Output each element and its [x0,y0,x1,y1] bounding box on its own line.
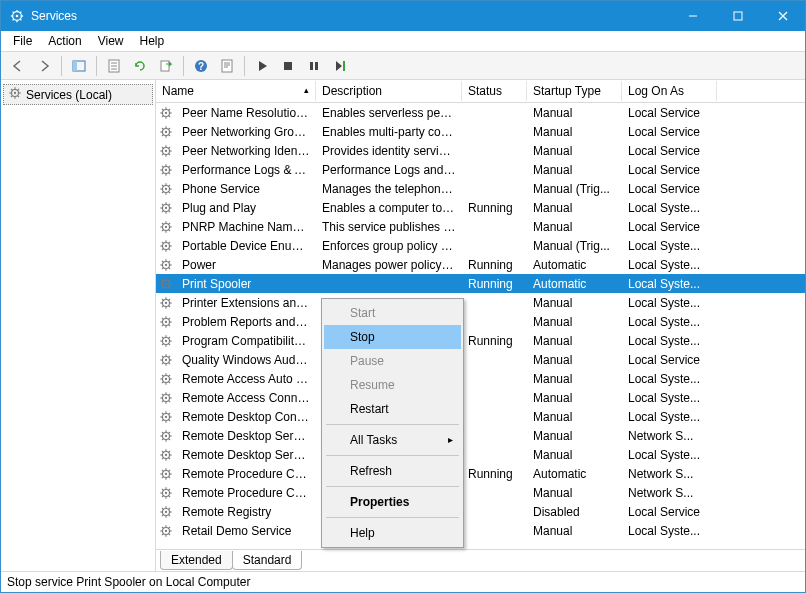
svg-line-68 [169,153,170,154]
svg-line-159 [162,324,163,325]
table-row[interactable]: Remote Desktop Configurat...ManualLocal … [156,407,805,426]
show-hide-tree-button[interactable] [67,54,91,78]
col-description[interactable]: Description [316,81,462,101]
svg-point-1 [16,15,19,18]
svg-point-62 [165,149,167,151]
table-row[interactable]: Peer Networking Identity M...Provides id… [156,141,805,160]
col-log-on-as[interactable]: Log On As [622,81,717,101]
cell-startup: Manual [527,371,622,387]
svg-line-248 [169,495,170,496]
table-row[interactable]: Program Compatibility Assi...RunningManu… [156,331,805,350]
cell-startup: Automatic [527,466,622,482]
gear-icon [156,182,176,196]
close-button[interactable] [760,1,805,31]
col-startup-type[interactable]: Startup Type [527,81,622,101]
maximize-button[interactable] [715,1,760,31]
forward-button[interactable] [32,54,56,78]
context-all-tasks[interactable]: All Tasks▸ [324,428,461,452]
svg-line-138 [169,286,170,287]
restart-service-button[interactable] [328,54,352,78]
context-properties[interactable]: Properties [324,490,461,514]
service-rows[interactable]: Peer Name Resolution Prot...Enables serv… [156,103,805,549]
svg-line-217 [162,431,163,432]
table-row[interactable]: Retail Demo ServiceThe Retail Demo servi… [156,521,805,540]
svg-line-240 [169,469,170,470]
start-service-button[interactable] [250,54,274,78]
table-row[interactable]: Problem Reports and Soluti...ManualLocal… [156,312,805,331]
cell-status [462,321,527,323]
svg-line-48 [169,115,170,116]
table-row[interactable]: Print SpoolerRunningAutomaticLocal Syste… [156,274,805,293]
properties-button[interactable] [102,54,126,78]
tab-standard[interactable]: Standard [232,551,303,570]
cell-name: PNRP Machine Name Publi... [176,219,316,235]
table-row[interactable]: Remote Access Auto Conne...ManualLocal S… [156,369,805,388]
table-row[interactable]: Remote Desktop ServicesManualNetwork S..… [156,426,805,445]
gear-icon [156,277,176,291]
svg-line-47 [162,108,163,109]
svg-line-80 [169,165,170,166]
menu-help[interactable]: Help [132,32,173,50]
svg-line-37 [11,89,12,90]
cell-startup: Manual [527,105,622,121]
table-row[interactable]: Peer Networking GroupingEnables multi-pa… [156,122,805,141]
refresh-button[interactable] [128,54,152,78]
menu-action[interactable]: Action [40,32,89,50]
cell-name: Peer Networking Grouping [176,124,316,140]
col-name[interactable]: Name▴ [156,81,316,101]
svg-line-160 [169,317,170,318]
cell-startup: Manual [527,333,622,349]
table-row[interactable]: Remote Procedure Call (RP...ManualNetwor… [156,483,805,502]
titlebar: Services [1,1,805,31]
cell-startup: Manual [527,409,622,425]
svg-line-239 [162,476,163,477]
gear-icon [156,163,176,177]
col-status[interactable]: Status [462,81,527,101]
svg-line-197 [162,393,163,394]
cell-logon: Network S... [622,485,717,501]
table-row[interactable]: Plug and PlayEnables a computer to r...R… [156,198,805,217]
svg-line-97 [162,203,163,204]
minimize-button[interactable] [670,1,715,31]
context-stop[interactable]: Stop [324,325,461,349]
table-row[interactable]: PowerManages power policy a...RunningAut… [156,255,805,274]
table-row[interactable]: Portable Device Enumerator...Enforces gr… [156,236,805,255]
table-row[interactable]: Performance Logs & AlertsPerformance Log… [156,160,805,179]
export-button[interactable] [154,54,178,78]
menu-view[interactable]: View [90,32,132,50]
svg-line-137 [162,279,163,280]
context-restart[interactable]: Restart [324,397,461,421]
table-row[interactable]: Quality Windows Audio Vid...ManualLocal … [156,350,805,369]
table-row[interactable]: Remote Procedure Call (RPC)RunningAutoma… [156,464,805,483]
menu-file[interactable]: File [5,32,40,50]
context-help[interactable]: Help [324,521,461,545]
table-row[interactable]: PNRP Machine Name Publi...This service p… [156,217,805,236]
cell-status [462,397,527,399]
pause-service-button[interactable] [302,54,326,78]
svg-line-210 [169,412,170,413]
cell-logon: Local Syste... [622,390,717,406]
cell-name: Program Compatibility Assi... [176,333,316,349]
stop-service-button[interactable] [276,54,300,78]
svg-line-168 [169,343,170,344]
sort-asc-icon: ▴ [304,85,309,95]
table-row[interactable]: Printer Extensions and Notif...ManualLoc… [156,293,805,312]
context-refresh[interactable]: Refresh [324,459,461,483]
table-row[interactable]: Remote RegistryDisabledLocal Service [156,502,805,521]
back-button[interactable] [6,54,30,78]
svg-line-108 [169,229,170,230]
svg-line-58 [169,134,170,135]
table-row[interactable]: Remote Access Connection...ManualLocal S… [156,388,805,407]
tab-extended[interactable]: Extended [160,551,233,570]
table-row[interactable]: Remote Desktop Services U...ManualLocal … [156,445,805,464]
svg-point-72 [165,168,167,170]
help-topics-button[interactable] [215,54,239,78]
gear-icon [156,315,176,329]
table-row[interactable]: Phone ServiceManages the telephony ...Ma… [156,179,805,198]
help-button[interactable]: ? [189,54,213,78]
svg-line-130 [169,260,170,261]
tree-root-services-local[interactable]: Services (Local) [3,84,153,105]
cell-name: Remote Desktop Configurat... [176,409,316,425]
table-row[interactable]: Peer Name Resolution Prot...Enables serv… [156,103,805,122]
cell-status: Running [462,200,527,216]
